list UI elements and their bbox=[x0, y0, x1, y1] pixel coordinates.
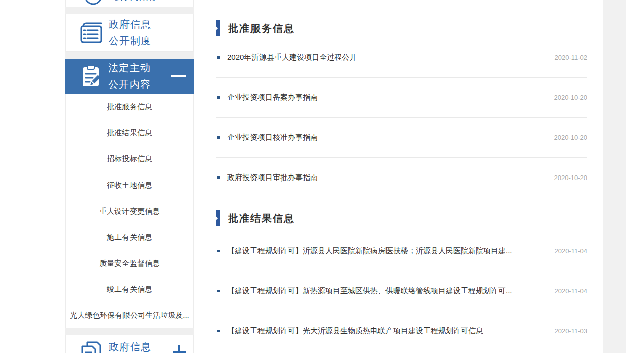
sidebar-subitem-bidding[interactable]: 招标投标信息 bbox=[66, 146, 193, 172]
list-item[interactable]: 【建设工程规划许可】沂源县人民医院新院病房医技楼；沂源县人民医院新院项目建...… bbox=[216, 231, 587, 271]
section-header-approval-service: 批准服务信息 bbox=[216, 20, 587, 36]
sidebar-subitem-major-design-change[interactable]: 重大设计变更信息 bbox=[66, 198, 193, 224]
sidebar-gap bbox=[65, 52, 194, 59]
section-bar-icon bbox=[216, 20, 220, 36]
section-bar-icon bbox=[216, 210, 220, 226]
list-item[interactable]: 2020年沂源县重大建设项目全过程公开 2020-11-02 bbox=[216, 38, 587, 78]
list-item[interactable]: 企业投资项目备案办事指南 2020-10-20 bbox=[216, 78, 587, 118]
bullet-icon bbox=[217, 250, 220, 252]
sidebar-item-gov-info-disclosure-system[interactable]: 政府信息 公开制度 bbox=[65, 14, 194, 52]
item-date: 2020-11-04 bbox=[554, 287, 587, 295]
item-title: 企业投资项目核准办事指南 bbox=[227, 133, 544, 142]
list-item[interactable]: 【建设工程规划许可】新热源项目至城区供热、供暖联络管线项目建设工程规划许可...… bbox=[216, 271, 587, 311]
item-date: 2020-10-20 bbox=[554, 134, 588, 141]
bullet-icon bbox=[217, 176, 220, 179]
page-background-strip bbox=[603, 0, 626, 353]
item-date: 2020-11-04 bbox=[554, 247, 587, 255]
item-title: 【建设工程规划许可】新热源项目至城区供热、供暖联络管线项目建设工程规划许可... bbox=[227, 286, 544, 296]
expand-icon[interactable] bbox=[173, 345, 186, 353]
approval-service-list: 2020年沂源县重大建设项目全过程公开 2020-11-02 企业投资项目备案办… bbox=[216, 38, 587, 198]
section-title: 批准服务信息 bbox=[228, 22, 295, 35]
notebook-icon bbox=[79, 21, 104, 44]
sidebar-item-label: 政府信息 公开制度 bbox=[109, 16, 151, 49]
sidebar-subitem-construction[interactable]: 施工有关信息 bbox=[66, 224, 193, 250]
bullet-icon bbox=[217, 136, 220, 139]
item-date: 2020-10-20 bbox=[554, 174, 588, 182]
sidebar-item-gov-info[interactable]: 政府信息 bbox=[65, 335, 194, 353]
sidebar-item-label: 政府信息 bbox=[109, 339, 151, 353]
documents-icon bbox=[79, 340, 104, 353]
sidebar-item-statutory-active-disclosure[interactable]: 法定主动 公开内容 bbox=[65, 59, 194, 94]
sidebar-submenu: 批准服务信息 批准结果信息 招标投标信息 征收土地信息 重大设计变更信息 施工有… bbox=[65, 94, 194, 328]
circle-badge-icon bbox=[81, 0, 106, 6]
collapse-icon[interactable] bbox=[171, 75, 186, 77]
item-title: 【建设工程规划许可】沂源县人民医院新院病房医技楼；沂源县人民医院新院项目建... bbox=[227, 246, 544, 256]
bullet-icon bbox=[217, 56, 220, 59]
item-title: 【建设工程规划许可】光大沂源县生物质热电联产项目建设工程规划许可信息 bbox=[227, 326, 544, 336]
sidebar-subitem-land-acquisition[interactable]: 征收土地信息 bbox=[66, 172, 193, 198]
bullet-icon bbox=[217, 290, 220, 292]
bullet-icon bbox=[217, 330, 220, 332]
item-date: 2020-10-20 bbox=[554, 94, 588, 101]
main-content: 批准服务信息 2020年沂源县重大建设项目全过程公开 2020-11-02 企业… bbox=[216, 0, 587, 351]
list-item[interactable]: 【建设工程规划许可】光大沂源县生物质热电联产项目建设工程规划许可信息 2020-… bbox=[216, 311, 587, 351]
sidebar-item-disclosure-guide[interactable]: 公开指南 bbox=[65, 0, 194, 7]
item-date: 2020-11-02 bbox=[554, 54, 587, 61]
item-title: 企业投资项目备案办事指南 bbox=[227, 93, 544, 102]
section-header-approval-result: 批准结果信息 bbox=[216, 210, 587, 226]
item-title: 2020年沂源县重大建设项目全过程公开 bbox=[227, 53, 544, 62]
sidebar-subitem-approval-result[interactable]: 批准结果信息 bbox=[66, 120, 193, 146]
clipboard-pencil-icon bbox=[78, 64, 103, 88]
section-title: 批准结果信息 bbox=[228, 212, 295, 225]
sidebar-gap bbox=[65, 7, 194, 14]
sidebar-gap bbox=[65, 328, 194, 335]
sidebar-subitem-quality-safety[interactable]: 质量安全监督信息 bbox=[66, 250, 193, 276]
sidebar-subitem-completion[interactable]: 竣工有关信息 bbox=[66, 276, 193, 302]
page: 公开指南 政府信息 公开制度 bbox=[0, 0, 644, 353]
sidebar-subitem-approval-service[interactable]: 批准服务信息 bbox=[66, 94, 193, 120]
item-date: 2020-11-03 bbox=[554, 327, 587, 335]
list-item[interactable]: 企业投资项目核准办事指南 2020-10-20 bbox=[216, 118, 587, 158]
bullet-icon bbox=[217, 96, 220, 99]
sidebar-item-label: 公开指南 bbox=[114, 0, 156, 5]
list-item[interactable]: 政府投资项目审批办事指南 2020-10-20 bbox=[216, 158, 587, 198]
item-title: 政府投资项目审批办事指南 bbox=[227, 173, 544, 183]
approval-result-list: 【建设工程规划许可】沂源县人民医院新院病房医技楼；沂源县人民医院新院项目建...… bbox=[216, 231, 587, 351]
sidebar: 公开指南 政府信息 公开制度 bbox=[65, 0, 194, 353]
sidebar-item-label: 法定主动 公开内容 bbox=[108, 60, 151, 93]
sidebar-subitem-everbright-waste[interactable]: 光大绿色环保有限公司生活垃圾及... bbox=[66, 302, 193, 328]
